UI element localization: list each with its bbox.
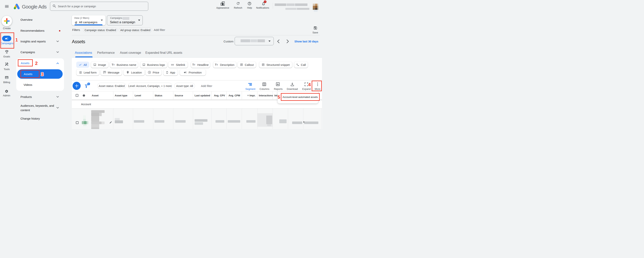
svg-text:T: T <box>194 64 195 66</box>
svg-text:S: S <box>149 71 150 73</box>
svg-text:T: T <box>192 63 194 66</box>
svg-text:T: T <box>215 63 217 66</box>
svg-text:T: T <box>217 64 218 66</box>
svg-text:T: T <box>114 64 114 66</box>
svg-text:T: T <box>112 63 114 66</box>
